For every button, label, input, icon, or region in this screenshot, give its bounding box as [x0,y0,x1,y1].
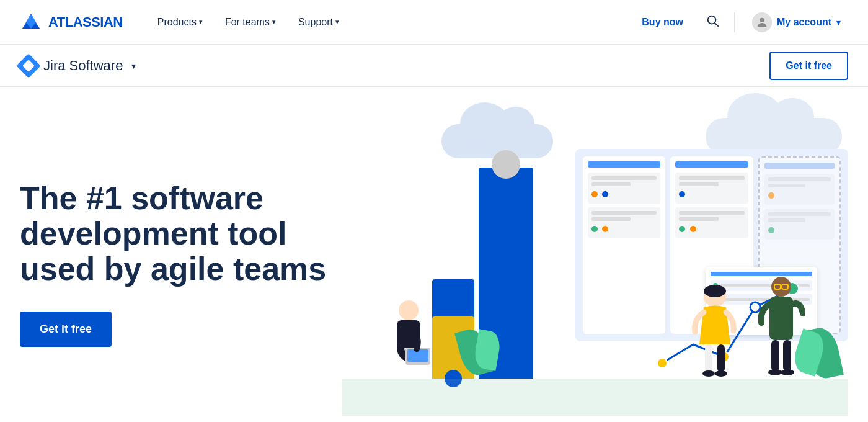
hero-headline: The #1 software development tool used by… [20,181,342,287]
svg-point-16 [702,370,715,377]
person-tall-illustration [758,273,805,379]
person-sitting-illustration [379,298,438,379]
svg-point-25 [781,369,794,375]
chevron-down-icon: ▾ [272,18,276,26]
kanban-column [583,156,665,334]
nav-for-teams[interactable]: For teams ▾ [215,12,286,33]
hero-left: The #1 software development tool used by… [20,181,342,348]
buy-now-button[interactable]: Buy now [634,12,691,33]
atlassian-logo[interactable]: ATLASSIAN [20,11,123,34]
sub-nav: Jira Software ▾ Get it free [0,45,868,87]
product-title[interactable]: Jira Software ▾ [20,57,136,74]
svg-rect-14 [705,344,712,372]
jira-diamond-icon [16,53,41,78]
hero-illustration [342,112,848,416]
svg-rect-22 [771,340,779,371]
sub-nav-get-it-free-button[interactable]: Get it free [769,52,848,80]
nav-support[interactable]: Support ▾ [288,12,349,33]
chevron-down-icon: ▾ [131,61,136,71]
hero-cta-button[interactable]: Get it free [20,312,112,347]
product-name: Jira Software [43,58,123,74]
chevron-down-icon: ▾ [199,18,203,26]
brand-name: ATLASSIAN [48,14,123,30]
top-nav: ATLASSIAN Products ▾ For teams ▾ Support… [0,0,868,45]
nav-links: Products ▾ For teams ▾ Support ▾ [148,12,635,33]
hero-section: The #1 software development tool used by… [0,87,868,416]
search-icon[interactable] [701,9,724,35]
svg-point-13 [704,285,726,297]
svg-point-17 [715,370,727,377]
my-account[interactable]: My account ▾ [745,7,848,37]
svg-point-8 [657,358,667,368]
ground-illustration [342,379,848,416]
svg-rect-21 [769,297,793,340]
nav-divider [734,12,735,32]
account-avatar [752,12,772,32]
svg-point-3 [760,17,764,22]
svg-line-2 [715,23,718,26]
chevron-down-icon: ▾ [836,17,841,27]
svg-rect-15 [717,344,725,372]
nav-products[interactable]: Products ▾ [148,12,213,33]
nav-right: Buy now My account ▾ [634,7,848,37]
my-account-label: My account [777,17,831,28]
svg-point-24 [768,369,782,375]
person-standing-illustration [690,282,740,379]
svg-rect-23 [783,340,791,371]
chevron-down-icon: ▾ [335,18,339,26]
svg-point-4 [399,300,418,320]
